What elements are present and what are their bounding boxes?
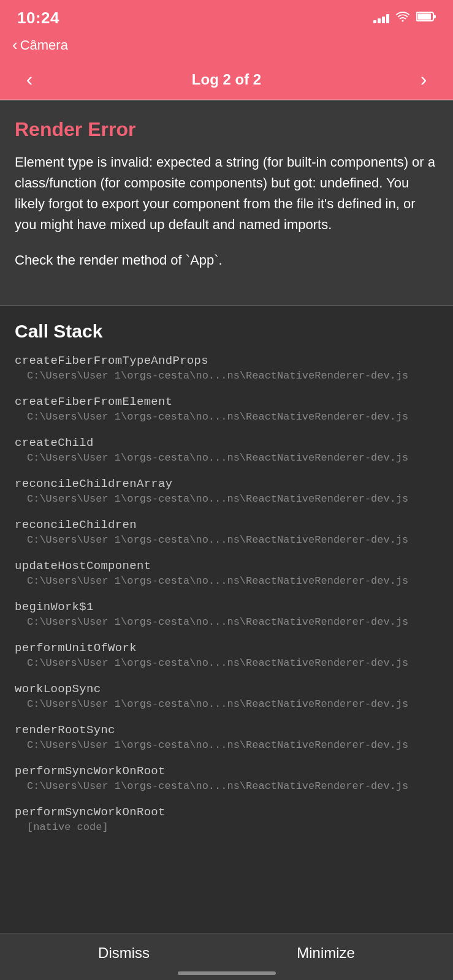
stack-frames: createFiberFromTypeAndPropsC:\Users\User…	[15, 354, 438, 833]
stack-path: C:\Users\User 1\orgs-cesta\no...ns\React…	[15, 493, 438, 505]
stack-frame: performSyncWorkOnRootC:\Users\User 1\org…	[15, 764, 438, 792]
stack-path: C:\Users\User 1\orgs-cesta\no...ns\React…	[15, 370, 438, 382]
stack-path: C:\Users\User 1\orgs-cesta\no...ns\React…	[15, 616, 438, 628]
stack-func-name: beginWork$1	[15, 600, 438, 614]
stack-func-name: createChild	[15, 436, 438, 450]
error-title: Render Error	[15, 118, 438, 141]
stack-func-name: workLoopSync	[15, 682, 438, 696]
home-indicator	[178, 971, 276, 975]
stack-frame: workLoopSyncC:\Users\User 1\orgs-cesta\n…	[15, 682, 438, 710]
stack-frame: beginWork$1C:\Users\User 1\orgs-cesta\no…	[15, 600, 438, 628]
stack-path: C:\Users\User 1\orgs-cesta\no...ns\React…	[15, 780, 438, 792]
error-message: Element type is invalid: expected a stri…	[15, 152, 438, 235]
next-log-button[interactable]: ›	[411, 68, 436, 91]
error-check-message: Check the render method of `App`.	[15, 250, 438, 271]
stack-frame: performUnitOfWorkC:\Users\User 1\orgs-ce…	[15, 641, 438, 669]
stack-path: C:\Users\User 1\orgs-cesta\no...ns\React…	[15, 698, 438, 710]
stack-frame: createFiberFromTypeAndPropsC:\Users\User…	[15, 354, 438, 382]
log-nav-title: Log 2 of 2	[192, 71, 261, 88]
stack-frame: createFiberFromElementC:\Users\User 1\or…	[15, 395, 438, 423]
status-icons	[373, 10, 436, 26]
minimize-button[interactable]: Minimize	[297, 944, 355, 962]
back-arrow-icon: ‹	[12, 36, 18, 55]
battery-icon	[416, 11, 436, 25]
stack-func-name: performSyncWorkOnRoot	[15, 805, 438, 819]
svg-rect-1	[417, 13, 431, 20]
stack-func-name: reconcileChildrenArray	[15, 477, 438, 491]
stack-func-name: updateHostComponent	[15, 559, 438, 573]
svg-rect-2	[433, 15, 436, 18]
back-label: Câmera	[20, 37, 68, 53]
stack-frame: performSyncWorkOnRoot[native code]	[15, 805, 438, 833]
callstack-title: Call Stack	[15, 321, 438, 342]
stack-path: C:\Users\User 1\orgs-cesta\no...ns\React…	[15, 452, 438, 464]
stack-path: C:\Users\User 1\orgs-cesta\no...ns\React…	[15, 575, 438, 587]
stack-func-name: reconcileChildren	[15, 518, 438, 532]
stack-path: C:\Users\User 1\orgs-cesta\no...ns\React…	[15, 411, 438, 423]
stack-frame: updateHostComponentC:\Users\User 1\orgs-…	[15, 559, 438, 587]
callstack-section: Call Stack createFiberFromTypeAndPropsC:…	[0, 306, 453, 920]
stack-path: C:\Users\User 1\orgs-cesta\no...ns\React…	[15, 657, 438, 669]
wifi-icon	[395, 10, 410, 26]
stack-frame: reconcileChildrenArrayC:\Users\User 1\or…	[15, 477, 438, 505]
stack-frame: reconcileChildrenC:\Users\User 1\orgs-ce…	[15, 518, 438, 546]
log-nav: ‹ Log 2 of 2 ›	[0, 59, 453, 100]
error-section: Render Error Element type is invalid: ex…	[0, 101, 453, 305]
dismiss-button[interactable]: Dismiss	[98, 944, 150, 962]
stack-path: [native code]	[15, 821, 438, 833]
stack-func-name: renderRootSync	[15, 723, 438, 737]
camera-nav: ‹ Câmera	[0, 33, 453, 59]
stack-path: C:\Users\User 1\orgs-cesta\no...ns\React…	[15, 534, 438, 546]
signal-icon	[373, 12, 389, 23]
stack-func-name: createFiberFromTypeAndProps	[15, 354, 438, 368]
stack-func-name: performSyncWorkOnRoot	[15, 764, 438, 778]
stack-path: C:\Users\User 1\orgs-cesta\no...ns\React…	[15, 739, 438, 751]
stack-func-name: createFiberFromElement	[15, 395, 438, 409]
prev-log-button[interactable]: ‹	[17, 68, 42, 91]
status-time: 10:24	[17, 9, 59, 28]
status-bar: 10:24	[0, 0, 453, 33]
stack-frame: renderRootSyncC:\Users\User 1\orgs-cesta…	[15, 723, 438, 751]
back-button[interactable]: ‹ Câmera	[12, 36, 68, 55]
stack-frame: createChildC:\Users\User 1\orgs-cesta\no…	[15, 436, 438, 464]
stack-func-name: performUnitOfWork	[15, 641, 438, 655]
